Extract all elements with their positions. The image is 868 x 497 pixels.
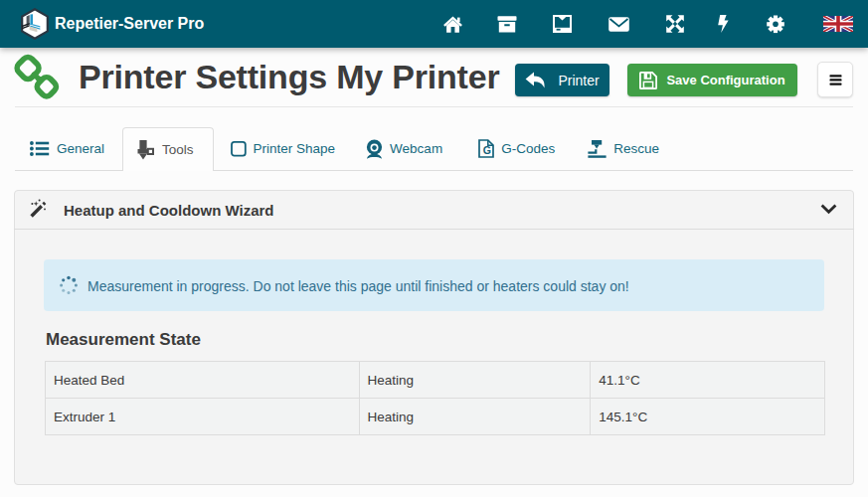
svg-text:G: G: [483, 144, 491, 156]
